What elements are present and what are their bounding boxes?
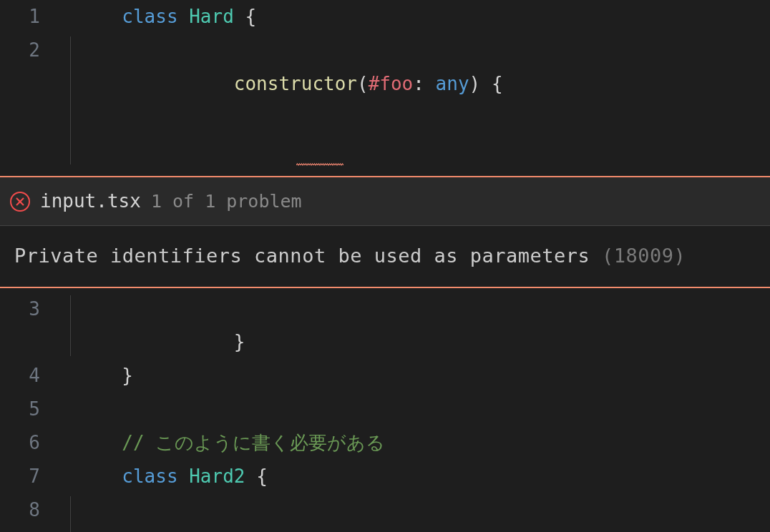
paren-close: ) [469, 73, 481, 94]
line-number: 3 [0, 292, 66, 326]
class-name: Hard2 [189, 466, 245, 487]
code-line[interactable]: 3 } [0, 292, 770, 360]
code-line[interactable]: 1 class Hard { [0, 0, 770, 34]
error-header[interactable]: input.tsx 1 of 1 problem [0, 177, 770, 226]
line-number: 5 [0, 393, 66, 426]
error-filename[interactable]: input.tsx [40, 184, 141, 218]
comment: // このように書く必要がある [122, 432, 385, 453]
keyword-class: class [122, 466, 177, 487]
code-line[interactable]: 2 constructor(#foo: any) { [0, 34, 770, 167]
brace-close: } [234, 331, 245, 353]
line-number: 1 [0, 0, 66, 34]
line-number: 6 [0, 426, 66, 460]
code-content[interactable]: } [66, 359, 133, 393]
error-message: Private identifiers cannot be used as pa… [0, 226, 770, 287]
keyword-class: class [122, 6, 177, 27]
code-content[interactable]: } [66, 292, 245, 360]
brace-close: } [122, 365, 133, 386]
code-line[interactable]: 7 class Hard2 { [0, 460, 770, 493]
error-text: Private identifiers cannot be used as pa… [14, 245, 590, 267]
code-line[interactable]: 5 [0, 393, 770, 426]
code-line[interactable]: 6 // このように書く必要がある [0, 426, 770, 460]
error-code: (18009) [602, 245, 686, 267]
code-content[interactable] [66, 393, 77, 426]
brace-open: { [245, 6, 257, 27]
brace-open: { [256, 466, 268, 487]
error-icon [10, 192, 30, 212]
class-name: Hard [189, 6, 234, 27]
private-identifier: #foo [369, 73, 414, 94]
code-content[interactable]: #foo: any [66, 493, 335, 532]
code-editor[interactable]: 1 class Hard { 2 constructor(#foo: any) … [0, 0, 770, 532]
brace-open: { [492, 73, 503, 94]
error-panel: input.tsx 1 of 1 problem Private identif… [0, 176, 770, 287]
constructor-keyword: constructor [234, 73, 357, 94]
code-content[interactable]: constructor(#foo: any) { [66, 34, 503, 167]
code-content[interactable]: class Hard2 { [66, 460, 268, 493]
code-content[interactable]: class Hard { [66, 0, 256, 34]
type-any: any [436, 73, 469, 94]
line-number: 4 [0, 359, 66, 393]
line-number: 2 [0, 34, 66, 67]
paren-open: ( [357, 73, 369, 94]
line-number: 7 [0, 460, 66, 493]
code-line[interactable]: 4 } [0, 359, 770, 393]
code-line[interactable]: 8 #foo: any [0, 493, 770, 532]
colon: : [413, 73, 424, 94]
error-count: 1 of 1 problem [151, 185, 302, 217]
error-squiggle[interactable] [296, 163, 343, 166]
line-number: 8 [0, 493, 66, 527]
code-content[interactable]: // このように書く必要がある [66, 426, 385, 460]
close-x-icon [15, 197, 25, 207]
